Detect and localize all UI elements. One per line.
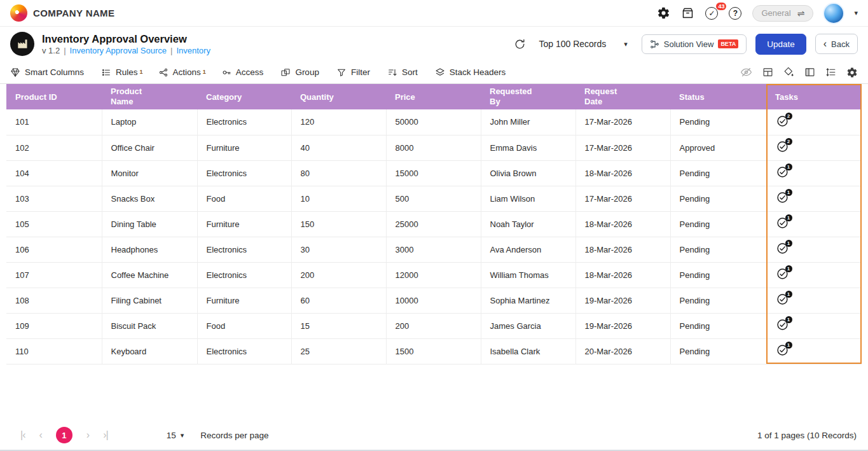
cell-quantity: 30 [291, 237, 386, 262]
table-row[interactable]: 108 Filing Cabinet Furniture 60 10000 So… [6, 288, 862, 313]
cell-tasks: 2 [766, 109, 862, 135]
cell-status: Approved [670, 135, 766, 160]
task-check-icon[interactable]: 1 [776, 242, 789, 255]
records-table: Product ID Product Name Category Quantit… [6, 84, 862, 364]
cell-product-id: 105 [6, 211, 102, 237]
cell-quantity: 60 [291, 288, 386, 313]
table-row[interactable]: 103 Snacks Box Food 10 500 Liam Wilson 1… [6, 186, 862, 211]
cell-category: Furniture [197, 211, 291, 237]
fill-color-icon[interactable] [783, 67, 794, 78]
task-check-icon[interactable]: 1 [776, 165, 789, 179]
toolbar-item-rules[interactable]: Rules1 [101, 67, 143, 78]
toolbar-item-actions[interactable]: Actions1 [158, 67, 206, 78]
page-size-value: 15 [167, 431, 176, 440]
cell-product-name: Dining Table [102, 211, 197, 237]
task-check-icon[interactable]: 2 [776, 114, 789, 128]
current-page-button[interactable]: 1 [56, 427, 72, 443]
column-header-status[interactable]: Status [670, 84, 766, 109]
column-header-tasks[interactable]: Tasks [766, 84, 862, 109]
hide-columns-eye-off-icon[interactable] [740, 66, 752, 78]
column-header-category[interactable]: Category [197, 84, 291, 109]
table-row[interactable]: 104 Monitor Electronics 80 15000 Olivia … [6, 160, 862, 186]
cell-request-date: 19-Mar-2026 [575, 313, 670, 338]
solution-view-button[interactable]: Solution View BETA [642, 34, 747, 54]
user-avatar[interactable] [824, 4, 843, 23]
cell-category: Electronics [197, 109, 291, 135]
records-per-page-select[interactable]: 15 ▾ [167, 431, 184, 440]
column-header-product-id[interactable]: Product ID [6, 84, 102, 109]
cell-price: 8000 [386, 135, 481, 160]
task-check-icon[interactable]: 1 [776, 343, 789, 357]
task-check-icon[interactable]: 2 [776, 140, 789, 153]
cell-product-name: Laptop [102, 109, 197, 135]
pagination-summary: 1 of 1 pages (10 Records) [757, 431, 857, 440]
update-button[interactable]: Update [755, 34, 806, 55]
toolbar-item-smart-columns[interactable]: Smart Columns [10, 67, 86, 78]
cell-quantity: 15 [291, 313, 386, 338]
first-page-button[interactable]: |‹ [20, 429, 25, 441]
table-row[interactable]: 110 Keyboard Electronics 25 1500 Isabell… [6, 338, 862, 364]
toolbar-item-stack-headers[interactable]: Stack Headers [435, 67, 508, 78]
task-check-icon[interactable]: 1 [776, 318, 789, 331]
profile-caret-icon[interactable]: ▾ [854, 9, 858, 17]
toolbar-right-icons [740, 66, 858, 78]
cell-product-name: Keyboard [102, 338, 197, 364]
records-filter-caret-icon: ▾ [624, 40, 628, 48]
cell-requested-by: Emma Davis [481, 135, 575, 160]
cell-request-date: 17-Mar-2026 [575, 186, 670, 211]
table-grid-icon[interactable] [762, 67, 773, 78]
cell-status: Pending [670, 186, 766, 211]
cell-status: Pending [670, 109, 766, 135]
cell-product-id: 110 [6, 338, 102, 364]
breadcrumb-link-inventory[interactable]: Inventory [176, 46, 210, 55]
approvals-check-icon[interactable]: ✓ 43 [705, 7, 718, 20]
table-row[interactable]: 107 Coffee Machine Electronics 200 12000… [6, 262, 862, 288]
cell-requested-by: Olivia Brown [481, 160, 575, 186]
table-settings-gear-icon[interactable] [846, 67, 858, 78]
cell-product-name: Coffee Machine [102, 262, 197, 288]
breadcrumb: v 1.2 | Inventory Approval Source | Inve… [42, 46, 210, 55]
records-filter-label: Top 100 Records [539, 39, 606, 49]
toolbar-item-group[interactable]: Group [280, 67, 321, 78]
archive-box-icon[interactable] [681, 6, 694, 20]
column-header-request-date[interactable]: Request Date [575, 84, 670, 109]
refresh-icon[interactable] [514, 38, 526, 50]
task-count-badge: 1 [785, 265, 792, 272]
cell-requested-by: William Thomas [481, 262, 575, 288]
column-header-price[interactable]: Price [386, 84, 481, 109]
cell-tasks: 1 [766, 288, 862, 313]
settings-gear-icon[interactable] [657, 6, 670, 20]
task-check-icon[interactable]: 1 [776, 216, 789, 230]
records-filter-dropdown[interactable]: Top 100 Records ▾ [539, 39, 627, 49]
task-check-icon[interactable]: 1 [776, 293, 789, 306]
task-check-icon[interactable]: 1 [776, 267, 789, 281]
column-header-product-name[interactable]: Product Name [102, 84, 197, 109]
cell-price: 25000 [386, 211, 481, 237]
environment-selector[interactable]: General ⇌ [752, 5, 813, 22]
task-count-badge: 1 [785, 240, 792, 247]
table-row[interactable]: 105 Dining Table Furniture 150 25000 Noa… [6, 211, 862, 237]
column-header-requested-by[interactable]: Requested By [481, 84, 575, 109]
toolbar-item-filter[interactable]: Filter [336, 67, 372, 78]
task-check-icon[interactable]: 1 [776, 191, 789, 204]
cell-price: 10000 [386, 288, 481, 313]
row-height-icon[interactable] [825, 67, 836, 78]
last-page-button[interactable]: ›| [103, 429, 107, 441]
cell-quantity: 10 [291, 186, 386, 211]
factory-icon [16, 38, 29, 50]
breadcrumb-link-source[interactable]: Inventory Approval Source [70, 46, 167, 55]
toolbar-item-sort[interactable]: Sort [387, 67, 420, 78]
cell-product-name: Monitor [102, 160, 197, 186]
view-header-left: Inventory Approval Overview v 1.2 | Inve… [10, 32, 210, 56]
freeze-columns-icon[interactable] [804, 67, 815, 78]
table-row[interactable]: 102 Office Chair Furniture 40 8000 Emma … [6, 135, 862, 160]
back-button[interactable]: ‹ Back [815, 34, 858, 54]
previous-page-button[interactable]: ‹ [39, 429, 41, 441]
table-row[interactable]: 109 Biscuit Pack Food 15 200 James Garci… [6, 313, 862, 338]
column-header-quantity[interactable]: Quantity [291, 84, 386, 109]
table-row[interactable]: 101 Laptop Electronics 120 50000 John Mi… [6, 109, 862, 135]
table-row[interactable]: 106 Headphones Electronics 30 3000 Ava A… [6, 237, 862, 262]
help-icon[interactable]: ? [729, 7, 741, 20]
next-page-button[interactable]: › [86, 429, 89, 441]
toolbar-item-access[interactable]: Access [221, 67, 266, 78]
